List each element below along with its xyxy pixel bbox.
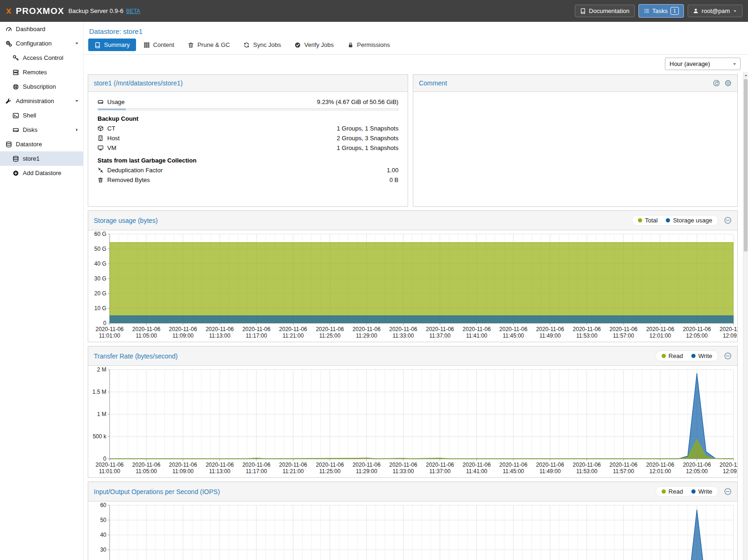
sidebar-item-subscription[interactable]: Subscription: [0, 79, 83, 94]
beta-link[interactable]: BETA: [126, 8, 140, 14]
timeframe-select[interactable]: Hour (average): [665, 58, 741, 70]
svg-text:2020-11-06: 2020-11-06: [242, 326, 271, 332]
trash-icon: [98, 177, 104, 183]
row-value: 1 Groups, 1 Snapshots: [337, 125, 398, 132]
scroll-up-icon[interactable]: [744, 73, 748, 78]
legend-item-total[interactable]: Total: [638, 217, 657, 224]
gear-icon[interactable]: [724, 79, 732, 87]
sidebar-item-remotes[interactable]: Remotes: [0, 65, 83, 79]
sidebar-item-disks[interactable]: Disks: [0, 123, 83, 137]
storage-usage-chart: 010 G20 G30 G40 G50 G60 G2020-11-0611:01…: [88, 230, 737, 342]
sidebar-item-label: Access Control: [23, 54, 63, 61]
refresh-icon: [243, 42, 250, 48]
circle-arrow-icon[interactable]: [713, 79, 720, 87]
proxmox-logo-icon: [6, 8, 12, 14]
sidebar-item-datastore[interactable]: Datastore: [0, 137, 83, 151]
comment-content[interactable]: [413, 92, 737, 206]
sidebar-item-configuration[interactable]: Configuration: [0, 36, 83, 51]
svg-text:2020-11-06: 2020-11-06: [316, 462, 344, 468]
legend-item-read[interactable]: Read: [662, 488, 683, 495]
svg-text:11:41:00: 11:41:00: [466, 332, 488, 339]
user-menu-button[interactable]: root@pam: [688, 5, 742, 17]
documentation-button[interactable]: Documentation: [575, 5, 634, 17]
brand: PROXMOX Backup Server 0.9-6 BETA: [6, 6, 140, 16]
gc-stats-heading: Stats from last Garbage Collection: [98, 157, 398, 164]
chevron-down-icon[interactable]: [74, 41, 79, 46]
brand-name: PROXMOX: [16, 6, 64, 16]
collapse-chart-icon[interactable]: [724, 352, 732, 360]
row-label: Deduplication Factor: [107, 167, 163, 174]
tab-bar: Summary Content Prune & GC Sync Jobs Ver…: [84, 37, 748, 55]
svg-text:11:41:00: 11:41:00: [466, 468, 488, 475]
row-label: CT: [107, 125, 115, 132]
key-icon: [13, 55, 19, 61]
collapse-chart-icon[interactable]: [724, 488, 732, 495]
lock-icon: [347, 42, 354, 48]
tab-content[interactable]: Content: [137, 39, 181, 51]
svg-text:11:01:00: 11:01:00: [99, 332, 120, 339]
chart-legend: Read Write: [656, 351, 718, 361]
svg-text:11:05:00: 11:05:00: [136, 468, 157, 475]
tab-verify-jobs[interactable]: Verify Jobs: [288, 39, 340, 51]
legend-dot: [666, 218, 670, 222]
sidebar-item-dashboard[interactable]: Dashboard: [0, 22, 83, 36]
tasks-button[interactable]: Tasks 1: [638, 4, 684, 18]
svg-text:2020-11-06: 2020-11-06: [352, 462, 381, 468]
svg-text:2020-11-06: 2020-11-06: [499, 326, 527, 332]
legend-item-write[interactable]: Write: [691, 352, 712, 359]
sidebar-item-label: Subscription: [23, 83, 56, 90]
product-version: Backup Server 0.9-6: [68, 7, 124, 14]
svg-text:2020-11-06: 2020-11-06: [206, 326, 234, 332]
usage-row: Usage 9.23% (4.67 GiB of 50.56 GiB): [98, 98, 398, 106]
legend-item-storage-usage[interactable]: Storage usage: [666, 217, 712, 224]
usage-progress-bar: [98, 108, 398, 111]
grid-icon: [143, 42, 150, 48]
svg-text:2020-11-06: 2020-11-06: [426, 462, 454, 468]
chevron-right-icon[interactable]: [74, 127, 79, 132]
svg-text:2020-11-06: 2020-11-06: [279, 326, 307, 332]
svg-text:12:09:00: 12:09:00: [723, 332, 737, 339]
tab-prune-gc[interactable]: Prune & GC: [182, 39, 236, 51]
chart-title: Storage usage (bytes): [94, 217, 158, 224]
svg-text:2020-11-06: 2020-11-06: [242, 462, 271, 468]
backup-row-vm: VM 1 Groups, 1 Snapshots: [98, 143, 398, 152]
svg-text:0: 0: [103, 456, 106, 462]
usage-progress-fill: [98, 109, 126, 110]
row-value: 1.00: [387, 167, 398, 174]
sidebar-item-store1[interactable]: store1: [0, 151, 83, 166]
svg-text:11:45:00: 11:45:00: [503, 468, 524, 475]
svg-text:1 M: 1 M: [97, 411, 106, 417]
svg-text:11:37:00: 11:37:00: [429, 332, 451, 339]
tab-summary[interactable]: Summary: [88, 39, 136, 51]
gears-icon: [6, 40, 12, 47]
svg-text:11:09:00: 11:09:00: [172, 468, 194, 475]
svg-text:2020-11-06: 2020-11-06: [169, 462, 197, 468]
svg-text:60: 60: [100, 502, 107, 508]
database-icon: [13, 156, 19, 162]
collapse-chart-icon[interactable]: [724, 216, 732, 224]
legend-dot: [691, 354, 696, 358]
sidebar-item-add-datastore[interactable]: Add Datastore: [0, 166, 83, 180]
tab-label: Prune & GC: [197, 41, 230, 48]
tab-permissions[interactable]: Permissions: [341, 39, 396, 51]
sidebar-item-access-control[interactable]: Access Control: [0, 51, 83, 65]
sidebar-item-label: Shell: [23, 112, 36, 119]
backup-count-heading: Backup Count: [98, 115, 398, 122]
chevron-down-icon[interactable]: [74, 98, 79, 104]
scrollbar-thumb[interactable]: [744, 79, 748, 252]
user-label: root@pam: [702, 7, 730, 14]
vertical-scrollbar[interactable]: [743, 72, 748, 560]
panel-header: store1 (/mnt/datastores/store1): [88, 75, 408, 92]
legend-item-read[interactable]: Read: [662, 352, 683, 359]
sidebar-item-shell[interactable]: Shell: [0, 108, 83, 123]
tab-sync-jobs[interactable]: Sync Jobs: [237, 39, 287, 51]
panel-body: Usage 9.23% (4.67 GiB of 50.56 GiB) Back…: [88, 92, 408, 206]
legend-item-write[interactable]: Write: [691, 488, 712, 495]
transfer-rate-chart: 0500 k1 M1.5 M2 M2020-11-0611:01:002020-…: [88, 366, 737, 477]
chart-legend: Read Write: [656, 486, 718, 497]
svg-text:2020-11-06: 2020-11-06: [683, 462, 711, 468]
svg-text:11:33:00: 11:33:00: [393, 468, 414, 475]
sidebar-item-administration[interactable]: Administration: [0, 94, 83, 108]
iops-chart-panel: Input/Output Operations per Second (IOPS…: [88, 482, 738, 560]
svg-text:2020-11-06: 2020-11-06: [96, 462, 124, 468]
